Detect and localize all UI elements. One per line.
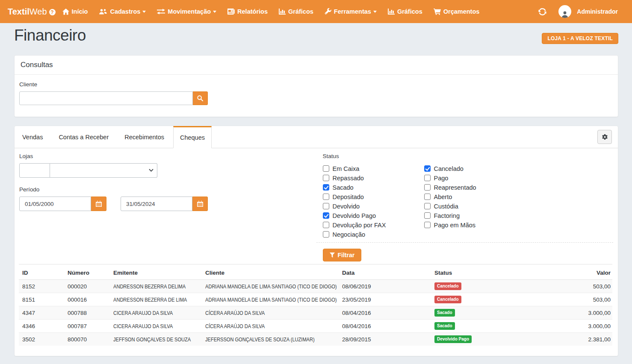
gear-icon [602, 134, 608, 140]
checkbox-label[interactable]: Sacado [333, 184, 354, 191]
nav-item-graficos-1[interactable]: Gráficos [273, 0, 319, 23]
cell-cliente: CÍCERA ARAÚJO DA SILVA [202, 306, 339, 320]
cell-data: 28/09/2015 [339, 333, 431, 346]
nav-item-orcamentos[interactable]: Orçamentos [428, 0, 485, 23]
checkbox-cancelado[interactable] [424, 165, 431, 172]
bar-chart-icon [388, 9, 395, 15]
cell-valor: 3.000,00 [549, 306, 612, 320]
checkbox-pago[interactable] [424, 175, 431, 181]
brand-bold: Textil [8, 7, 30, 17]
nav-item-cadastros[interactable]: Cadastros [93, 0, 151, 23]
date-from-input[interactable] [19, 197, 91, 211]
settings-button[interactable] [597, 130, 612, 144]
table-row[interactable]: 4347 000788 CICERA ARAUJO DA SILVA CÍCER… [19, 306, 612, 320]
checkbox-label[interactable]: Custódia [434, 203, 458, 210]
checkbox-label[interactable]: Devolução por FAX [333, 222, 386, 229]
checkbox-devolvido[interactable] [323, 203, 329, 209]
brand-logo[interactable]: TextilWeb ? [8, 7, 56, 17]
checkbox-repassado[interactable] [323, 175, 329, 181]
nav-label: Cadastros [110, 8, 140, 15]
checkbox-row-pago: Pago [424, 175, 476, 181]
nav-label: Ferramentas [334, 8, 371, 15]
cell-cliente: CÍCERA ARAÚJO DA SILVA [202, 320, 339, 333]
checkbox-pago-em-maos[interactable] [424, 222, 431, 228]
tab-vendas[interactable]: Vendas [15, 126, 50, 148]
question-circle-icon[interactable]: ? [49, 9, 56, 15]
filter-button[interactable]: Filtrar [323, 249, 362, 261]
store-button[interactable]: LOJA 1 - A VELOZ TEXTIL [542, 33, 618, 44]
funnel-icon [330, 252, 335, 258]
cliente-text: ADRIANA MANOELA DE LIMA SANTIAGO (TICO D… [205, 296, 337, 303]
cliente-input-group [19, 91, 613, 105]
checkbox-devolucao-por-fax[interactable] [323, 222, 329, 228]
loja-code-input[interactable] [19, 163, 50, 178]
column-header-id[interactable]: ID [19, 264, 64, 280]
cliente-input[interactable] [19, 91, 193, 105]
date-to-input[interactable] [121, 197, 192, 211]
cliente-search-button[interactable] [193, 91, 208, 105]
date-to-calendar-button[interactable] [192, 197, 208, 211]
nav-item-relatorios[interactable]: Relatórios [222, 0, 273, 23]
checkbox-sacado[interactable] [323, 184, 329, 191]
user-menu[interactable]: Administrador [558, 5, 618, 18]
checkbox-em-caixa[interactable] [323, 165, 329, 172]
emitente-text: JEFFSON GONÇALVES DE SOUZA [113, 336, 191, 343]
users-icon [99, 9, 107, 15]
table-row[interactable]: 3502 800070 JEFFSON GONÇALVES DE SOUZA J… [19, 333, 612, 346]
cell-emitente: CICERA ARAUJO DA SILVA [110, 306, 202, 320]
filter-right-column: Status Em Caixa Repassado Sa [316, 153, 614, 261]
cell-valor: 503,00 [549, 293, 612, 306]
tabs-panel: Vendas Contas a Receber Recebimentos Che… [14, 126, 618, 356]
checkbox-label[interactable]: Devolvido [333, 203, 360, 210]
tab-cheques[interactable]: Cheques [173, 126, 212, 148]
checkbox-label[interactable]: Aberto [434, 194, 452, 200]
lojas-label: Lojas [19, 153, 316, 159]
checkbox-label[interactable]: Repassado [333, 175, 364, 182]
filter-area: Lojas Período [15, 148, 618, 261]
table-row[interactable]: 8151 000016 ANDRESSON BEZERRA DE LIMA AD… [19, 293, 612, 306]
column-header-valor[interactable]: Valor [549, 264, 612, 280]
avatar [558, 5, 571, 18]
checkbox-label[interactable]: Pago [434, 175, 449, 182]
column-header-status[interactable]: Status [431, 264, 549, 280]
nav-item-graficos-2[interactable]: Gráficos [382, 0, 428, 23]
nav-item-movimentacao[interactable]: Movimentação [151, 0, 222, 23]
checkbox-label[interactable]: Pago em Mãos [434, 222, 476, 229]
refresh-button[interactable] [538, 8, 546, 15]
page-title: Financeiro [14, 26, 86, 44]
checkbox-label[interactable]: Negociação [333, 231, 366, 238]
checkbox-row-negociacao: Negociação [323, 231, 424, 238]
checkbox-reapresentado[interactable] [424, 184, 431, 191]
column-header-cliente[interactable]: Cliente [202, 264, 339, 280]
checkbox-negociacao[interactable] [323, 231, 329, 238]
tab-recebimentos[interactable]: Recebimentos [118, 126, 171, 148]
checkbox-label[interactable]: Reapresentado [434, 184, 476, 191]
checkbox-custodia[interactable] [424, 203, 431, 209]
table-row[interactable]: 4346 000787 CICERA ARAUJO DA SILVA CÍCER… [19, 320, 612, 333]
periodo-inputs [19, 197, 316, 211]
cell-cliente: ADRIANA MANOELA DE LIMA SANTIAGO (TICO D… [202, 280, 339, 293]
column-header-numero[interactable]: Número [64, 264, 110, 280]
checkbox-row-pago-em-maos: Pago em Mãos [424, 222, 476, 228]
tab-contas-a-receber[interactable]: Contas a Receber [52, 126, 115, 148]
dashed-separator [316, 242, 614, 243]
checkbox-aberto[interactable] [424, 194, 431, 200]
loja-select[interactable] [50, 163, 157, 178]
date-from-calendar-button[interactable] [91, 197, 106, 211]
checkbox-factoring[interactable] [424, 212, 431, 219]
checkbox-label[interactable]: Devolvido Pago [333, 212, 376, 219]
column-header-data[interactable]: Data [339, 264, 431, 280]
checkbox-depositado[interactable] [323, 194, 329, 200]
checkbox-label[interactable]: Factoring [434, 212, 460, 219]
filter-left-column: Lojas Período [19, 153, 316, 261]
checkbox-devolvido-pago[interactable] [323, 212, 329, 219]
table-row[interactable]: 8152 000020 ANDRESSON BEZERRA DELIMA ADR… [19, 280, 612, 293]
nav-item-inicio[interactable]: Início [57, 0, 94, 23]
nav-label: Orçamentos [443, 8, 480, 15]
column-header-emitente[interactable]: Emitente [110, 264, 202, 280]
checkbox-label[interactable]: Cancelado [434, 165, 464, 172]
nav-item-ferramentas[interactable]: Ferramentas [319, 0, 382, 23]
checkbox-label[interactable]: Em Caixa [333, 165, 360, 172]
nav-label: Gráficos [397, 8, 422, 15]
checkbox-label[interactable]: Depositado [333, 194, 364, 200]
